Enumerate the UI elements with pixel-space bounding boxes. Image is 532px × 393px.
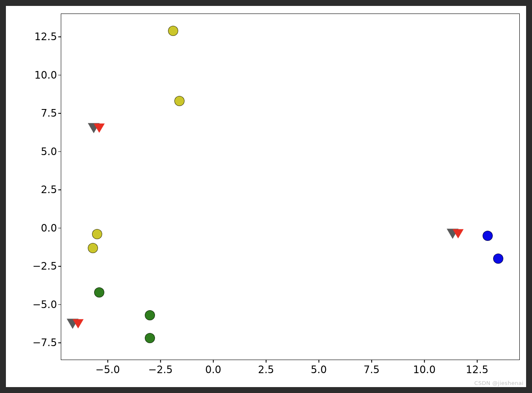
xtick-label: 7.5 [364,360,380,376]
xtick-label: 0.0 [205,360,221,376]
ytick-label: −5.0 [33,299,61,311]
xtick-label: 5.0 [311,360,327,376]
watermark-text: CSDN @jieshenai [474,380,524,386]
xtick-label: −2.5 [148,360,173,376]
centroid-marker [73,319,84,328]
ytick-label: −7.5 [33,337,61,349]
data-point [168,26,178,36]
data-point [174,96,185,106]
xtick-label: 2.5 [258,360,274,376]
data-point [145,310,155,320]
ytick-label: −2.5 [33,260,61,272]
data-point [88,243,98,253]
ytick-label: 10.0 [35,69,61,81]
ytick-label: 5.0 [41,146,61,158]
xtick-label: 10.0 [413,360,435,376]
data-point [493,254,503,264]
data-point [94,287,104,297]
ytick-label: 2.5 [41,184,61,196]
data-point [145,333,155,343]
figure-canvas: −7.5−5.0−2.50.02.55.07.510.012.5−5.0−2.5… [6,6,526,387]
axes: −7.5−5.0−2.50.02.55.07.510.012.5−5.0−2.5… [61,14,520,360]
xtick-label: 12.5 [466,360,488,376]
data-point [92,229,102,239]
data-point [483,231,493,241]
ytick-label: 0.0 [41,222,61,234]
ytick-label: 7.5 [41,107,61,119]
centroid-marker [94,123,105,133]
ytick-label: 12.5 [35,31,61,43]
centroid-marker [453,229,464,238]
xtick-label: −5.0 [95,360,120,376]
